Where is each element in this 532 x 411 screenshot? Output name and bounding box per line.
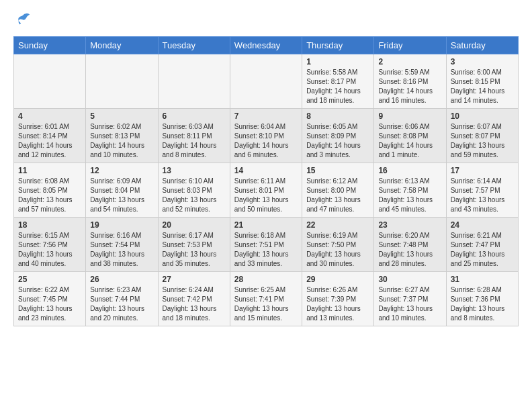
day-info: Sunrise: 6:24 AM Sunset: 7:42 PM Dayligh… xyxy=(163,285,226,323)
day-number: 27 xyxy=(163,275,226,284)
day-info: Sunrise: 6:02 AM Sunset: 8:13 PM Dayligh… xyxy=(90,122,153,160)
day-info: Sunrise: 5:59 AM Sunset: 8:16 PM Dayligh… xyxy=(378,68,441,105)
calendar-cell: 8Sunrise: 6:05 AM Sunset: 8:09 PM Daylig… xyxy=(302,109,374,163)
day-info: Sunrise: 6:07 AM Sunset: 8:07 PM Dayligh… xyxy=(451,122,514,160)
logo-icon xyxy=(13,11,32,30)
calendar-cell: 26Sunrise: 6:23 AM Sunset: 7:44 PM Dayli… xyxy=(86,272,158,326)
day-info: Sunrise: 6:16 AM Sunset: 7:54 PM Dayligh… xyxy=(90,231,153,269)
calendar-cell: 27Sunrise: 6:24 AM Sunset: 7:42 PM Dayli… xyxy=(158,272,230,326)
calendar-cell: 31Sunrise: 6:28 AM Sunset: 7:36 PM Dayli… xyxy=(446,272,518,326)
day-number: 28 xyxy=(234,275,298,284)
calendar-cell: 22Sunrise: 6:19 AM Sunset: 7:50 PM Dayli… xyxy=(302,218,374,272)
weekday-header: Thursday xyxy=(302,37,374,54)
day-info: Sunrise: 6:06 AM Sunset: 8:08 PM Dayligh… xyxy=(378,122,441,160)
day-number: 4 xyxy=(18,111,81,121)
calendar-cell: 24Sunrise: 6:21 AM Sunset: 7:47 PM Dayli… xyxy=(446,218,518,272)
day-info: Sunrise: 6:27 AM Sunset: 7:37 PM Dayligh… xyxy=(378,285,441,323)
calendar-cell xyxy=(14,54,86,109)
day-number: 8 xyxy=(306,111,369,121)
day-number: 6 xyxy=(163,111,226,121)
day-number: 21 xyxy=(234,220,298,230)
calendar-cell: 12Sunrise: 6:09 AM Sunset: 8:04 PM Dayli… xyxy=(86,163,158,218)
day-info: Sunrise: 6:21 AM Sunset: 7:47 PM Dayligh… xyxy=(451,231,514,269)
calendar-week-row: 25Sunrise: 6:22 AM Sunset: 7:45 PM Dayli… xyxy=(14,272,519,326)
day-info: Sunrise: 6:23 AM Sunset: 7:44 PM Dayligh… xyxy=(90,285,153,323)
calendar-cell: 23Sunrise: 6:20 AM Sunset: 7:48 PM Dayli… xyxy=(374,218,446,272)
weekday-header: Monday xyxy=(86,37,158,54)
day-info: Sunrise: 6:08 AM Sunset: 8:05 PM Dayligh… xyxy=(18,177,81,214)
calendar-cell: 14Sunrise: 6:11 AM Sunset: 8:01 PM Dayli… xyxy=(230,163,302,218)
day-info: Sunrise: 6:20 AM Sunset: 7:48 PM Dayligh… xyxy=(378,231,441,269)
day-number: 31 xyxy=(451,275,514,284)
calendar-cell: 30Sunrise: 6:27 AM Sunset: 7:37 PM Dayli… xyxy=(374,272,446,326)
calendar-cell: 1Sunrise: 5:58 AM Sunset: 8:17 PM Daylig… xyxy=(302,54,374,109)
day-info: Sunrise: 5:58 AM Sunset: 8:17 PM Dayligh… xyxy=(306,68,369,105)
calendar-cell: 2Sunrise: 5:59 AM Sunset: 8:16 PM Daylig… xyxy=(374,54,446,109)
day-info: Sunrise: 6:04 AM Sunset: 8:10 PM Dayligh… xyxy=(234,122,298,160)
day-number: 16 xyxy=(378,166,441,175)
day-number: 12 xyxy=(90,166,153,175)
calendar-week-row: 18Sunrise: 6:15 AM Sunset: 7:56 PM Dayli… xyxy=(14,218,519,272)
day-info: Sunrise: 6:11 AM Sunset: 8:01 PM Dayligh… xyxy=(234,177,298,214)
weekday-header: Sunday xyxy=(14,37,86,54)
day-number: 29 xyxy=(306,275,369,284)
calendar-week-row: 4Sunrise: 6:01 AM Sunset: 8:14 PM Daylig… xyxy=(14,109,519,163)
day-info: Sunrise: 6:13 AM Sunset: 7:58 PM Dayligh… xyxy=(378,177,441,214)
calendar-cell: 15Sunrise: 6:12 AM Sunset: 8:00 PM Dayli… xyxy=(302,163,374,218)
calendar-cell: 18Sunrise: 6:15 AM Sunset: 7:56 PM Dayli… xyxy=(14,218,86,272)
calendar-cell: 5Sunrise: 6:02 AM Sunset: 8:13 PM Daylig… xyxy=(86,109,158,163)
day-number: 30 xyxy=(378,275,441,284)
day-info: Sunrise: 6:09 AM Sunset: 8:04 PM Dayligh… xyxy=(90,177,153,214)
day-info: Sunrise: 6:18 AM Sunset: 7:51 PM Dayligh… xyxy=(234,231,298,269)
day-number: 22 xyxy=(306,220,369,230)
calendar-cell: 20Sunrise: 6:17 AM Sunset: 7:53 PM Dayli… xyxy=(158,218,230,272)
day-info: Sunrise: 6:10 AM Sunset: 8:03 PM Dayligh… xyxy=(163,177,226,214)
calendar-cell: 4Sunrise: 6:01 AM Sunset: 8:14 PM Daylig… xyxy=(14,109,86,163)
day-info: Sunrise: 6:19 AM Sunset: 7:50 PM Dayligh… xyxy=(306,231,369,269)
calendar-cell xyxy=(158,54,230,109)
day-number: 2 xyxy=(378,57,441,66)
day-info: Sunrise: 6:00 AM Sunset: 8:15 PM Dayligh… xyxy=(451,68,514,105)
calendar-cell: 17Sunrise: 6:14 AM Sunset: 7:57 PM Dayli… xyxy=(446,163,518,218)
weekday-header: Friday xyxy=(374,37,446,54)
calendar-cell: 11Sunrise: 6:08 AM Sunset: 8:05 PM Dayli… xyxy=(14,163,86,218)
day-info: Sunrise: 6:22 AM Sunset: 7:45 PM Dayligh… xyxy=(18,285,81,323)
day-number: 17 xyxy=(451,166,514,175)
page-header xyxy=(13,11,519,30)
calendar-header-row: SundayMondayTuesdayWednesdayThursdayFrid… xyxy=(14,37,519,54)
calendar-cell xyxy=(230,54,302,109)
calendar-cell: 29Sunrise: 6:26 AM Sunset: 7:39 PM Dayli… xyxy=(302,272,374,326)
day-number: 25 xyxy=(18,275,81,284)
calendar-cell: 7Sunrise: 6:04 AM Sunset: 8:10 PM Daylig… xyxy=(230,109,302,163)
calendar-cell: 19Sunrise: 6:16 AM Sunset: 7:54 PM Dayli… xyxy=(86,218,158,272)
day-number: 9 xyxy=(378,111,441,121)
day-number: 20 xyxy=(163,220,226,230)
day-number: 26 xyxy=(90,275,153,284)
calendar-cell: 9Sunrise: 6:06 AM Sunset: 8:08 PM Daylig… xyxy=(374,109,446,163)
weekday-header: Wednesday xyxy=(230,37,302,54)
day-number: 3 xyxy=(451,57,514,66)
day-info: Sunrise: 6:12 AM Sunset: 8:00 PM Dayligh… xyxy=(306,177,369,214)
day-info: Sunrise: 6:14 AM Sunset: 7:57 PM Dayligh… xyxy=(451,177,514,214)
day-number: 10 xyxy=(451,111,514,121)
calendar-cell: 3Sunrise: 6:00 AM Sunset: 8:15 PM Daylig… xyxy=(446,54,518,109)
calendar-week-row: 1Sunrise: 5:58 AM Sunset: 8:17 PM Daylig… xyxy=(14,54,519,109)
logo xyxy=(13,11,35,30)
day-number: 23 xyxy=(378,220,441,230)
calendar-cell: 28Sunrise: 6:25 AM Sunset: 7:41 PM Dayli… xyxy=(230,272,302,326)
calendar-body: 1Sunrise: 5:58 AM Sunset: 8:17 PM Daylig… xyxy=(14,54,519,326)
calendar-week-row: 11Sunrise: 6:08 AM Sunset: 8:05 PM Dayli… xyxy=(14,163,519,218)
day-info: Sunrise: 6:17 AM Sunset: 7:53 PM Dayligh… xyxy=(163,231,226,269)
day-info: Sunrise: 6:26 AM Sunset: 7:39 PM Dayligh… xyxy=(306,285,369,323)
day-number: 7 xyxy=(234,111,298,121)
calendar-cell: 10Sunrise: 6:07 AM Sunset: 8:07 PM Dayli… xyxy=(446,109,518,163)
day-number: 5 xyxy=(90,111,153,121)
day-info: Sunrise: 6:25 AM Sunset: 7:41 PM Dayligh… xyxy=(234,285,298,323)
day-number: 14 xyxy=(234,166,298,175)
weekday-header: Saturday xyxy=(446,37,518,54)
day-number: 11 xyxy=(18,166,81,175)
day-number: 1 xyxy=(306,57,369,66)
day-info: Sunrise: 6:01 AM Sunset: 8:14 PM Dayligh… xyxy=(18,122,81,160)
calendar-cell xyxy=(86,54,158,109)
calendar-cell: 16Sunrise: 6:13 AM Sunset: 7:58 PM Dayli… xyxy=(374,163,446,218)
